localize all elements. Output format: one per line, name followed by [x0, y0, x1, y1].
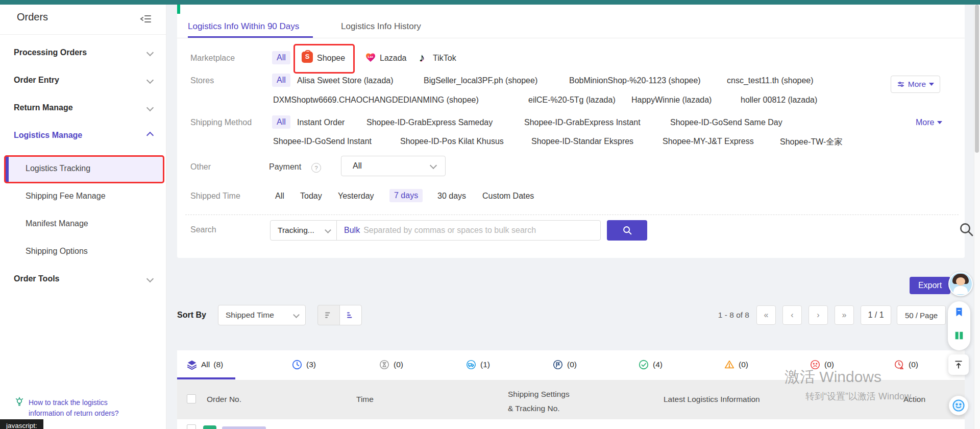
status-tab-pending[interactable]: (3)	[291, 359, 316, 370]
status-tab-count: (8)	[213, 360, 223, 369]
shipped-time-option-yesterday[interactable]: Yesterday	[338, 192, 374, 201]
shipping-method-option[interactable]: Shopee-ID-Pos Kilat Khusus	[400, 137, 504, 146]
sidebar-item-order-tools[interactable]: Order Tools	[14, 274, 153, 283]
store-option[interactable]: BigSeller_local3PF.ph (shopee)	[424, 76, 537, 85]
scrollbar-thumb[interactable]	[975, 5, 979, 153]
export-button[interactable]: Export	[910, 277, 950, 294]
chat-widget-button[interactable]	[949, 396, 968, 415]
last-page-button[interactable]: »	[835, 305, 854, 325]
status-tab-in-transit[interactable]: (1)	[465, 359, 490, 370]
column-header-time: Time	[356, 395, 374, 404]
annotation-box-logistics-tracking	[4, 155, 164, 183]
status-tab-flagged[interactable]: (0)	[552, 359, 577, 370]
order-link-clipped[interactable]	[222, 426, 266, 429]
back-to-top-button[interactable]	[948, 354, 969, 375]
shipping-method-option[interactable]: Instant Order	[297, 118, 345, 127]
next-page-button[interactable]: ›	[808, 305, 828, 325]
sort-select[interactable]: Shipped Time	[218, 305, 306, 325]
prev-page-button[interactable]: ‹	[782, 305, 802, 325]
store-option[interactable]: HappyWinnie (lazada)	[631, 96, 712, 105]
windows-watermark-line1: 激活 Windows	[785, 367, 881, 388]
status-tab-alert[interactable]: (0)	[724, 359, 748, 370]
shipping-method-option[interactable]: Shopee-ID-GrabExpress Instant	[524, 118, 641, 127]
shipped-time-label: Shipped Time	[190, 192, 240, 201]
status-tab-overtime[interactable]: (0)	[894, 359, 918, 370]
sidebar-item-shipping-options[interactable]: Shipping Options	[26, 247, 88, 256]
shipping-method-option[interactable]: Shopee-TW-全家	[780, 137, 842, 148]
sidebar-item-logistics-manage[interactable]: Logistics Manage	[14, 131, 153, 140]
column-header-shipping-settings: Shipping Settings & Tracking No.	[508, 387, 570, 416]
chevron-down-icon	[146, 104, 154, 111]
page-size-select[interactable]: 50 / Page	[897, 305, 946, 325]
help-circle-icon[interactable]: ?	[311, 163, 321, 173]
store-option[interactable]: holler 00812 (lazada)	[741, 96, 817, 105]
status-tab-waiting[interactable]: (0)	[379, 359, 403, 370]
shipping-method-option[interactable]: Shopee-ID-GoSend Same Day	[670, 118, 782, 127]
sidebar: Orders Processing Orders Order Entry Ret…	[0, 5, 166, 429]
search-type-select[interactable]: Tracking...	[270, 220, 337, 241]
shipping-method-option[interactable]: Shopee-MY-J&T Express	[663, 137, 754, 146]
store-option[interactable]: Alisa Sweet Store (lazada)	[297, 76, 394, 85]
sort-asc-button[interactable]	[317, 305, 340, 325]
avatar-body	[953, 286, 968, 294]
shipping-method-option-all[interactable]: All	[272, 115, 290, 129]
support-avatar[interactable]	[948, 272, 973, 296]
stores-more-button[interactable]: More	[891, 76, 940, 93]
sidebar-item-shipping-fee-manage[interactable]: Shipping Fee Manage	[26, 192, 106, 201]
manual-book-icon[interactable]	[953, 330, 965, 341]
sidebar-item-order-entry[interactable]: Order Entry	[14, 76, 153, 85]
shipping-method-option[interactable]: Shopee-ID-Standar Ekspres	[531, 137, 633, 146]
sidebar-collapse-icon[interactable]	[140, 13, 152, 25]
status-tab-delivered[interactable]: (4)	[638, 359, 663, 370]
dashed-divider	[185, 214, 959, 215]
chevron-down-icon	[430, 162, 437, 169]
shipped-time-option-custom-dates[interactable]: Custom Dates	[482, 192, 534, 201]
svg-text:Laz: Laz	[368, 55, 373, 58]
shipped-time-option-7-days[interactable]: 7 days	[389, 189, 423, 202]
stores-option-all[interactable]: All	[272, 74, 290, 87]
marketplace-label: Marketplace	[190, 54, 235, 63]
shipped-time-option-all[interactable]: All	[275, 192, 284, 201]
windows-watermark-line2: 转到“设置”以激活 Window	[805, 390, 911, 402]
shipping-method-option[interactable]: Shopee-ID-GrabExpress Sameday	[366, 118, 493, 127]
payment-select[interactable]: All	[341, 156, 446, 176]
shipping-method-more-button[interactable]: More	[916, 118, 942, 127]
status-tab-count: (0)	[567, 360, 577, 369]
sidebar-item-return-manage[interactable]: Return Manage	[14, 103, 153, 112]
bookmark-icon[interactable]	[953, 306, 965, 318]
global-search-icon[interactable]	[958, 221, 974, 237]
search-button[interactable]	[607, 220, 647, 241]
sidebar-item-processing-orders[interactable]: Processing Orders	[14, 48, 153, 57]
collapse-top-icon	[953, 360, 964, 370]
tab-logistics-info-history[interactable]: Logistics Info History	[341, 21, 421, 32]
first-page-button[interactable]: «	[756, 305, 776, 325]
shipped-time-option-30-days[interactable]: 30 days	[437, 192, 466, 201]
sidebar-divider	[0, 34, 166, 35]
smiley-icon	[951, 398, 966, 413]
shipping-method-option[interactable]: Shopee-ID-GoSend Instant	[273, 137, 372, 146]
marketplace-option-all[interactable]: All	[272, 51, 290, 64]
help-link[interactable]: How to track the logistics information o…	[29, 397, 119, 419]
page-indicator: 1 / 1	[861, 305, 891, 325]
shipped-time-option-today[interactable]: Today	[300, 192, 322, 201]
chevron-down-icon	[325, 227, 331, 233]
row-checkbox[interactable]	[187, 424, 196, 429]
bulk-search-input[interactable]: Bulk Separated by commas or spaces to bu…	[336, 220, 601, 241]
store-option[interactable]: DXMShoptw6669.CHAOCHANGDEDIANMING (shope…	[273, 96, 479, 105]
sort-desc-button[interactable]	[339, 305, 362, 325]
clock-icon	[291, 359, 303, 370]
marketplace-option-tiktok[interactable]: TikTok	[433, 54, 456, 63]
status-tab-underline	[177, 377, 235, 379]
status-tab-all[interactable]: All (8)	[186, 359, 223, 370]
pagination-range: 1 - 8 of 8	[704, 311, 749, 320]
sidebar-item-manifest-manage[interactable]: Manifest Manage	[26, 219, 88, 228]
store-option[interactable]: BobMinionShop-%20-1123 (shopee)	[569, 76, 701, 85]
select-all-checkbox[interactable]	[187, 394, 196, 403]
sort-asc-icon	[324, 311, 333, 320]
marketplace-option-lazada[interactable]: Lazada	[380, 54, 407, 63]
store-option[interactable]: cnsc_test11.th (shopee)	[727, 76, 814, 85]
store-option[interactable]: eilCE-%20-5Tg (lazada)	[528, 96, 616, 105]
tab-logistics-info-90-days[interactable]: Logistics Info Within 90 Days	[188, 21, 299, 32]
annotation-box-shopee	[293, 44, 355, 74]
table-row[interactable]	[177, 419, 965, 429]
